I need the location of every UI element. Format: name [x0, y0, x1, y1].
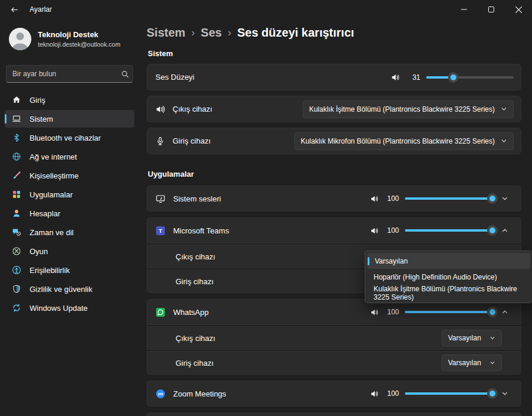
master-volume-slider[interactable]: [426, 72, 514, 83]
volume-label: Ses Düzeyi: [155, 73, 194, 82]
apps-grid-icon: [12, 190, 21, 199]
maximize-button[interactable]: [478, 0, 505, 19]
slider-thumb[interactable]: [487, 225, 498, 236]
app-name: Sistem sesleri: [173, 194, 221, 203]
account-card[interactable]: Teknoloji Destek teknoloji.destek@outloo…: [5, 22, 134, 56]
speaker-icon: [370, 194, 379, 203]
bluetooth-icon: [12, 133, 21, 142]
app-volume-value: 100: [384, 389, 399, 398]
output-device-label: Çıkış cihazı: [173, 105, 212, 113]
app-volume-value: 100: [384, 194, 399, 203]
person-icon: [12, 209, 21, 218]
settings-window: Ayarlar: [0, 0, 532, 416]
chevron-up-icon: [501, 308, 508, 316]
whatsapp-output-row: Çıkış cihazı Varsayılan: [147, 326, 521, 350]
breadcrumb: Sistem › Ses › Ses düzeyi karıştırıcı: [147, 26, 521, 40]
sidebar-item-accessibility[interactable]: Erişilebilirlik: [5, 261, 134, 279]
sidebar-item-accounts[interactable]: Hesaplar: [5, 204, 134, 222]
app-name: WhatsApp: [173, 308, 209, 317]
titlebar: Ayarlar: [0, 0, 532, 19]
slider-thumb[interactable]: [448, 72, 459, 83]
system-sounds-volume-slider[interactable]: [405, 193, 492, 204]
search-input[interactable]: [7, 70, 117, 78]
sidebar-item-privacy-security[interactable]: Gizlilik ve güvenlik: [5, 280, 134, 298]
app-row-system-sounds[interactable]: Sistem sesleri 100: [147, 186, 521, 212]
input-device-row: Giriş cihazı Kulaklık Mikrofon Bölümü (P…: [147, 128, 521, 154]
xbox-icon: [12, 246, 21, 256]
language-bubble-icon: [12, 228, 21, 237]
speaker-icon: [370, 308, 379, 317]
menu-item-headset[interactable]: Kulaklık İşitme Bölümü (Plantronics Blac…: [367, 285, 530, 301]
app-volume-value: 100: [384, 308, 399, 316]
back-arrow-icon: [10, 5, 19, 14]
slider-thumb[interactable]: [487, 307, 498, 317]
zoom-volume-slider[interactable]: [405, 388, 492, 399]
account-name: Teknoloji Destek: [38, 30, 121, 40]
section-heading-system: Sistem: [148, 49, 521, 58]
search-icon: [117, 70, 132, 78]
minimize-button[interactable]: [450, 0, 478, 19]
main-content: Sistem › Ses › Ses düzeyi karıştırıcı Si…: [139, 19, 532, 416]
volume-value: 31: [405, 73, 420, 82]
teams-output-label: Çıkış cihazı: [176, 252, 215, 261]
avatar: [8, 27, 32, 51]
whatsapp-input-row: Giriş cihazı Varsayılan: [147, 351, 521, 375]
chevron-up-icon: [501, 227, 508, 234]
app-row-partial[interactable]: [147, 412, 521, 416]
expand-button[interactable]: [496, 385, 514, 402]
sidebar-item-network[interactable]: Ağ ve internet: [5, 148, 134, 165]
menu-item-speakers[interactable]: Hoparlör (High Definition Audio Device): [367, 269, 530, 285]
sidebar-item-system[interactable]: Sistem: [5, 110, 134, 128]
whatsapp-output-label: Çıkış cihazı: [176, 334, 215, 343]
whatsapp-icon: [155, 307, 166, 317]
sidebar-item-apps[interactable]: Uygulamalar: [5, 186, 134, 203]
chevron-down-icon: [501, 138, 507, 144]
minimize-icon: [461, 6, 467, 12]
svg-text:zm: zm: [158, 392, 163, 396]
breadcrumb-separator-icon: ›: [228, 27, 231, 39]
app-name: Microsoft Teams: [173, 226, 229, 235]
slider-thumb[interactable]: [487, 193, 498, 204]
back-button[interactable]: [8, 4, 20, 15]
breadcrumb-separator-icon: ›: [192, 27, 195, 39]
whatsapp-input-label: Giriş cihazı: [176, 359, 213, 368]
collapse-button[interactable]: [496, 222, 514, 239]
input-device-select[interactable]: Kulaklık Mikrofon Bölümü (Plantronics Bl…: [294, 132, 514, 150]
menu-item-default[interactable]: Varsayılan: [367, 253, 530, 269]
chevron-down-icon: [501, 390, 508, 397]
sidebar-item-windows-update[interactable]: Windows Update: [5, 299, 134, 317]
app-volume-value: 100: [384, 226, 399, 235]
whatsapp-output-select[interactable]: Varsayılan: [442, 330, 502, 346]
breadcrumb-system[interactable]: Sistem: [147, 26, 186, 40]
breadcrumb-sound[interactable]: Ses: [201, 26, 222, 40]
teams-volume-slider[interactable]: [405, 225, 492, 236]
update-icon: [12, 303, 21, 313]
sidebar-item-personalization[interactable]: Kişiselleştirme: [5, 167, 134, 184]
teams-input-label: Giriş cihazı: [176, 277, 213, 286]
sidebar-item-bluetooth-devices[interactable]: Bluetooth ve cihazlar: [5, 129, 134, 147]
whatsapp-input-select[interactable]: Varsayılan: [442, 355, 502, 371]
app-row-teams[interactable]: T Microsoft Teams 100: [147, 217, 521, 243]
speaker-output-icon: [155, 105, 165, 114]
whatsapp-volume-slider[interactable]: [405, 306, 492, 318]
speaker-icon: [370, 389, 379, 398]
speaker-icon: [391, 73, 400, 82]
sidebar-nav: Giriş Sistem Bluetooth ve cihazlar Ağ ve…: [5, 91, 134, 318]
output-device-select[interactable]: Kulaklık İşitme Bölümü (Plantronics Blac…: [303, 100, 514, 118]
collapse-button[interactable]: [496, 303, 514, 321]
close-button[interactable]: [505, 0, 532, 19]
sidebar-item-home[interactable]: Giriş: [5, 91, 134, 109]
sidebar: Teknoloji Destek teknoloji.destek@outloo…: [0, 19, 139, 416]
maximize-icon: [488, 6, 494, 12]
window-title: Ayarlar: [30, 5, 52, 14]
selected-indicator: [5, 114, 7, 124]
chevron-down-icon: [501, 195, 508, 202]
output-device-row: Çıkış cihazı Kulaklık İşitme Bölümü (Pla…: [147, 96, 521, 122]
app-row-zoom[interactable]: zm Zoom Meetings 100: [147, 381, 521, 407]
expand-button[interactable]: [496, 190, 514, 207]
sidebar-item-gaming[interactable]: Oyun: [5, 242, 134, 260]
slider-thumb[interactable]: [487, 388, 498, 399]
sidebar-item-time-language[interactable]: Zaman ve dil: [5, 223, 134, 241]
home-icon: [12, 95, 21, 105]
globe-icon: [12, 152, 21, 161]
